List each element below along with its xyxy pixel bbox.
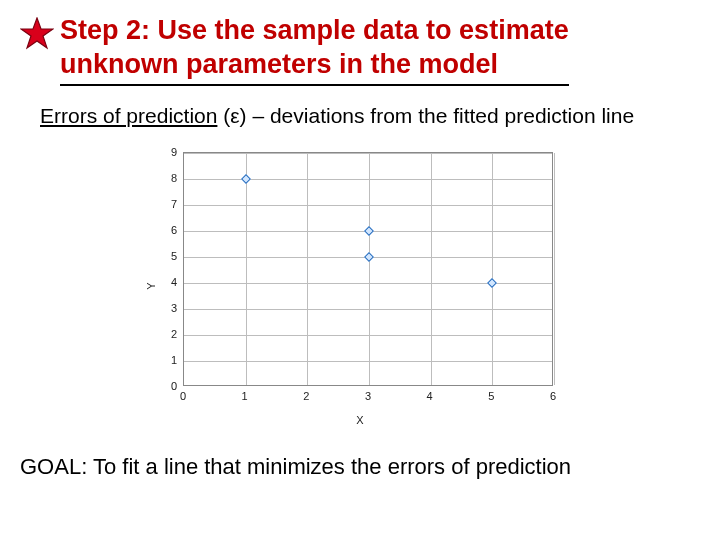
y-tick-label: 9 — [145, 146, 177, 158]
gridline-h — [184, 335, 552, 336]
gridline-h — [184, 361, 552, 362]
x-tick-label: 5 — [488, 390, 494, 402]
gridline-v — [554, 153, 555, 385]
y-tick-label: 5 — [145, 250, 177, 262]
data-point — [364, 226, 374, 236]
y-tick-label: 4 — [145, 276, 177, 288]
gridline-v — [431, 153, 432, 385]
y-tick-label: 0 — [145, 380, 177, 392]
gridline-h — [184, 179, 552, 180]
scatter-chart: Y X 01234567890123456 — [145, 146, 575, 426]
x-tick-label: 2 — [303, 390, 309, 402]
subheading: Errors of prediction (ε) – deviations fr… — [40, 104, 720, 128]
gridline-h — [184, 309, 552, 310]
x-tick-label: 3 — [365, 390, 371, 402]
gridline-v — [369, 153, 370, 385]
gridline-v — [492, 153, 493, 385]
data-point — [364, 252, 374, 262]
x-axis-label: X — [356, 414, 363, 426]
slide-title: Step 2: Use the sample data to estimate … — [60, 14, 569, 86]
y-tick-label: 3 — [145, 302, 177, 314]
gridline-v — [246, 153, 247, 385]
title-line-2: unknown parameters in the model — [60, 49, 498, 79]
goal-text: GOAL: To fit a line that minimizes the e… — [20, 454, 720, 480]
subhead-rest: (ε) – deviations from the fitted predict… — [217, 104, 634, 127]
star-icon — [20, 17, 54, 51]
x-tick-label: 4 — [427, 390, 433, 402]
y-tick-label: 6 — [145, 224, 177, 236]
gridline-h — [184, 153, 552, 154]
x-tick-label: 1 — [242, 390, 248, 402]
gridline-v — [307, 153, 308, 385]
y-tick-label: 7 — [145, 198, 177, 210]
data-point — [241, 174, 251, 184]
x-tick-label: 0 — [180, 390, 186, 402]
title-line-1: Step 2: Use the sample data to estimate — [60, 15, 569, 45]
y-tick-label: 8 — [145, 172, 177, 184]
y-tick-label: 1 — [145, 354, 177, 366]
data-point — [487, 278, 497, 288]
subhead-underlined: Errors of prediction — [40, 104, 217, 127]
x-tick-label: 6 — [550, 390, 556, 402]
plot-area — [183, 152, 553, 386]
gridline-h — [184, 205, 552, 206]
y-tick-label: 2 — [145, 328, 177, 340]
svg-marker-0 — [21, 18, 53, 48]
